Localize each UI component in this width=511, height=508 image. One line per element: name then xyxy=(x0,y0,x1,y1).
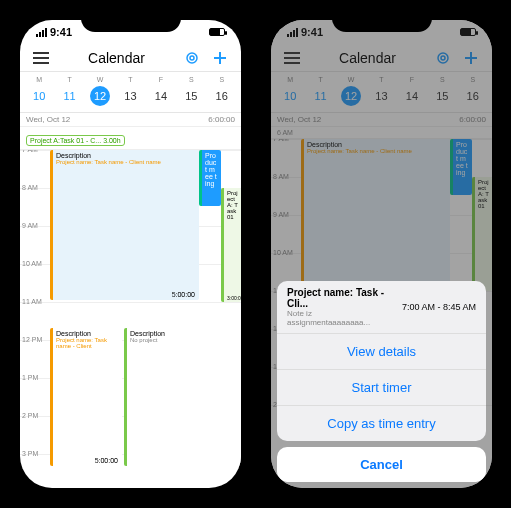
view-details-button[interactable]: View details xyxy=(277,334,486,370)
sheet-time: 7:00 AM - 8:45 AM xyxy=(402,302,476,312)
sheet-header: Project name: Task - Cli... Note iz assi… xyxy=(277,281,486,334)
week-bar[interactable]: M10 T11 W12 T13 F14 S15 S16 xyxy=(20,72,241,113)
screen-right: 9:41 Calendar M10 T11 W12 T13 F14 xyxy=(271,20,492,488)
day-10[interactable]: 10 xyxy=(29,86,49,106)
screen-left: 9:41 Calendar M10 xyxy=(20,20,241,488)
svg-point-0 xyxy=(187,53,197,63)
gear-icon xyxy=(184,50,200,66)
day-16[interactable]: 16 xyxy=(212,86,232,106)
day-13[interactable]: 13 xyxy=(120,86,140,106)
event-2[interactable]: Pro duct mee ting xyxy=(199,150,221,206)
battery-icon xyxy=(209,28,225,36)
phone-left: 9:41 Calendar M10 xyxy=(12,12,249,496)
calendar-grid[interactable]: 7 AM 8 AM 9 AM 10 AM 11 AM 12 PM 1 PM 2 … xyxy=(20,150,241,488)
allday-event[interactable]: Project A:Task 01 - C... 3.00h xyxy=(26,135,125,146)
add-button[interactable] xyxy=(209,47,231,69)
day-14[interactable]: 14 xyxy=(151,86,171,106)
allday-date: Wed, Oct 12 xyxy=(26,115,70,124)
day-15[interactable]: 15 xyxy=(181,86,201,106)
sheet-title: Project name: Task - Cli... xyxy=(287,287,396,309)
signal-icon xyxy=(36,28,47,37)
sheet-note: Note iz assignmentaaaaaaaa... xyxy=(287,309,396,327)
event-1[interactable]: Description Project name: Task name - Cl… xyxy=(50,150,199,300)
settings-button[interactable] xyxy=(181,47,203,69)
allday-row: Wed, Oct 12 6:00:00 xyxy=(20,113,241,127)
cancel-button[interactable]: Cancel xyxy=(277,447,486,482)
hamburger-icon xyxy=(33,52,49,64)
status-time: 9:41 xyxy=(50,26,72,38)
day-12[interactable]: 12 xyxy=(90,86,110,106)
navbar: Calendar xyxy=(20,44,241,72)
phone-right: 9:41 Calendar M10 T11 W12 T13 F14 xyxy=(263,12,500,496)
action-sheet: Project name: Task - Cli... Note iz assi… xyxy=(277,281,486,482)
allday-total: 6:00:00 xyxy=(208,115,235,124)
event-5[interactable]: Description No project xyxy=(124,328,241,466)
svg-point-1 xyxy=(190,56,194,60)
start-timer-button[interactable]: Start timer xyxy=(277,370,486,406)
copy-time-entry-button[interactable]: Copy as time entry xyxy=(277,406,486,441)
menu-button[interactable] xyxy=(30,47,52,69)
event-4[interactable]: Description Project name: Task name - Cl… xyxy=(50,328,122,466)
notch xyxy=(332,12,432,32)
day-11[interactable]: 11 xyxy=(60,86,80,106)
plus-icon xyxy=(212,50,228,66)
notch xyxy=(81,12,181,32)
page-title: Calendar xyxy=(88,50,145,66)
event-3[interactable]: Proj ect A: Task 01 3:00:00 xyxy=(221,188,241,302)
